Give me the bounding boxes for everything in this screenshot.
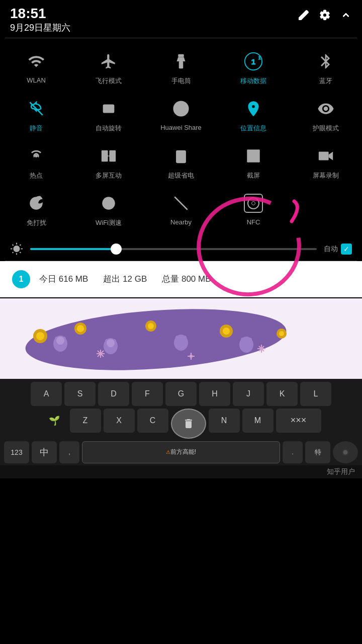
qs-airplane[interactable]: 飞行模式 — [72, 43, 145, 91]
data-today: 今日 616 MB — [39, 273, 88, 285]
qs-huaweishare[interactable]: Huawei Share — [145, 91, 217, 138]
qs-mobiledata[interactable]: 1 1 移动数据 — [217, 43, 290, 91]
status-icons — [298, 6, 352, 21]
key-trash[interactable] — [171, 409, 206, 439]
brightness-thumb — [111, 244, 122, 255]
key-comma[interactable]: , — [59, 441, 79, 463]
brightness-icon — [10, 243, 23, 256]
key-k[interactable]: K — [266, 382, 298, 406]
key-warning-text[interactable]: ⚠ 前方高能! — [82, 441, 280, 463]
settings-icon[interactable] — [319, 9, 331, 21]
svg-point-77 — [343, 450, 348, 454]
qs-wlan[interactable]: WLAN — [0, 43, 72, 91]
qs-eyeprotect[interactable]: 护眼模式 — [290, 91, 362, 138]
image-card — [0, 298, 362, 379]
qs-multiscreen[interactable]: 多屏互动 — [72, 138, 145, 185]
qs-flashlight[interactable]: 手电筒 — [145, 43, 217, 91]
qs-empty — [290, 185, 362, 232]
key-g[interactable]: G — [165, 382, 197, 406]
svg-point-70 — [190, 355, 193, 358]
key-s[interactable]: S — [64, 382, 96, 406]
qs-screenrecord-label: 屏幕录制 — [313, 171, 339, 180]
key-mic[interactable] — [333, 441, 358, 463]
data-card[interactable]: 1 今日 616 MB 超出 12 GB 总量 800 MB — [0, 261, 362, 297]
qs-wifispeed-label: WiFi测速 — [96, 218, 122, 227]
key-h[interactable]: H — [199, 382, 230, 406]
qs-mobiledata-label: 移动数据 — [240, 76, 266, 86]
qs-flashlight-label: 手电筒 — [171, 76, 191, 86]
svg-point-75 — [260, 347, 263, 350]
key-n[interactable]: N — [209, 409, 240, 433]
key-f[interactable]: F — [132, 382, 163, 406]
svg-rect-12 — [102, 150, 108, 162]
data-over: 超出 12 GB — [103, 273, 147, 285]
svg-point-48 — [279, 331, 284, 336]
data-card-icon: 1 — [12, 270, 30, 288]
chevron-up-icon[interactable] — [340, 9, 352, 21]
qs-wifispeed[interactable]: WiFi测速 — [72, 185, 145, 232]
qs-silent[interactable]: 静音 — [0, 91, 72, 138]
qs-location[interactable]: 位置信息 — [217, 91, 290, 138]
svg-point-44 — [148, 323, 154, 329]
keyboard-row-2: 🌱 Z X C N M ××× — [2, 409, 360, 439]
key-special-left[interactable]: 🌱 — [41, 409, 67, 433]
key-j[interactable]: J — [233, 382, 264, 406]
status-bar: 18:51 9月29日星期六 — [0, 0, 362, 38]
status-date: 9月29日星期六 — [10, 22, 70, 34]
svg-line-36 — [174, 197, 188, 210]
qs-screenshot-label: 截屏 — [247, 171, 260, 180]
svg-point-42 — [77, 325, 84, 332]
key-a[interactable]: A — [31, 382, 62, 406]
status-time: 18:51 — [10, 6, 70, 22]
key-chinese-input[interactable]: 中 — [32, 441, 57, 463]
key-backspace[interactable]: ××× — [276, 409, 321, 433]
edit-icon[interactable] — [298, 9, 310, 21]
qs-nfc-label: NFC — [247, 218, 260, 226]
svg-point-46 — [223, 328, 230, 335]
key-123[interactable]: 123 — [4, 441, 29, 463]
data-total: 总量 800 MB — [162, 273, 211, 285]
svg-point-52 — [56, 337, 64, 345]
qs-rotation[interactable]: 自动旋转 — [72, 91, 145, 138]
svg-rect-27 — [250, 153, 256, 158]
key-special-char[interactable]: 特 — [305, 441, 330, 463]
qs-nfc[interactable]: NFC — [217, 185, 290, 232]
svg-point-56 — [107, 339, 115, 347]
qs-silent-label: 静音 — [30, 124, 43, 133]
key-l[interactable]: L — [300, 382, 331, 406]
brightness-track[interactable] — [30, 248, 317, 250]
qs-huaweishare-label: Huawei Share — [160, 124, 202, 131]
key-x[interactable]: X — [104, 409, 135, 433]
auto-checkbox[interactable] — [341, 244, 352, 255]
key-period[interactable]: . — [283, 441, 303, 463]
svg-rect-13 — [109, 150, 116, 162]
qs-bluetooth[interactable]: 蓝牙 — [290, 43, 362, 91]
qs-multiscreen-label: 多屏互动 — [96, 171, 122, 180]
qs-rotation-label: 自动旋转 — [96, 124, 122, 133]
qs-supersave[interactable]: 超级省电 — [145, 138, 217, 185]
keyboard: A S D F G H J K L 🌱 Z X C N M ××× 123 中 … — [0, 379, 362, 465]
svg-point-67 — [99, 352, 102, 355]
sticker-image — [0, 298, 362, 379]
svg-point-29 — [322, 154, 325, 157]
brightness-row: 自动 — [0, 237, 362, 261]
key-d[interactable]: D — [98, 382, 129, 406]
qs-wlan-label: WLAN — [27, 76, 46, 84]
qs-dnd-label: 免打扰 — [27, 218, 46, 227]
key-m[interactable]: M — [242, 409, 274, 433]
qs-bluetooth-label: 蓝牙 — [319, 76, 332, 86]
brightness-fill — [30, 248, 116, 250]
qs-screenshot[interactable]: 截屏 — [217, 138, 290, 185]
bottom-label: 知乎用户 — [0, 465, 362, 478]
svg-point-40 — [36, 332, 44, 340]
qs-dnd[interactable]: 免打扰 — [0, 185, 72, 232]
qs-hotspot[interactable]: 热点 — [0, 138, 72, 185]
qs-nearby[interactable]: Nearby — [145, 185, 217, 232]
qs-airplane-label: 飞行模式 — [96, 76, 122, 86]
qs-screenrecord[interactable]: 屏幕录制 — [290, 138, 362, 185]
key-c[interactable]: C — [137, 409, 168, 433]
svg-rect-7 — [103, 104, 115, 113]
qs-hotspot-label: 热点 — [30, 171, 43, 180]
qs-supersave-label: 超级省电 — [168, 171, 194, 180]
key-z[interactable]: Z — [70, 409, 101, 433]
